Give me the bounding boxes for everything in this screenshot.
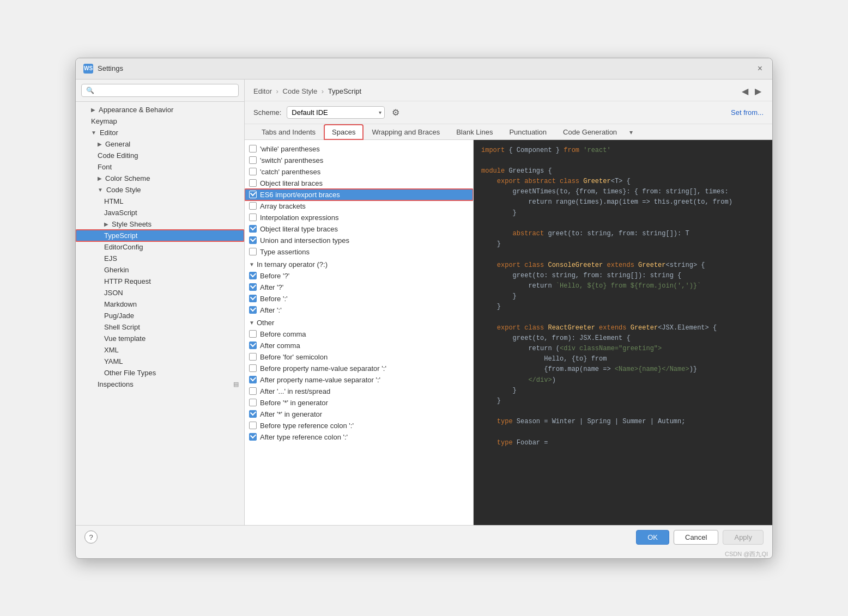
option-object-braces[interactable]: Object literal braces xyxy=(245,178,473,189)
checkbox-after-prop-name-value-sep[interactable] xyxy=(249,376,257,383)
option-after-type-ref-colon[interactable]: After type reference colon ':' xyxy=(245,431,473,443)
option-es6-import-braces[interactable]: ES6 import/export braces xyxy=(245,189,473,200)
sidebar-item-ejs[interactable]: EJS xyxy=(76,253,244,264)
sidebar-item-json[interactable]: JSON xyxy=(76,287,244,298)
tab-wrapping[interactable]: Wrapping and Braces xyxy=(364,124,448,140)
section-ternary[interactable]: ▼ In ternary operator (?:) xyxy=(245,258,473,270)
checkbox-before-question[interactable] xyxy=(249,272,257,279)
sidebar-item-http-request[interactable]: HTTP Request xyxy=(76,276,244,287)
sidebar-item-xml[interactable]: XML xyxy=(76,344,244,356)
sidebar-item-vue-template[interactable]: Vue template xyxy=(76,333,244,344)
sidebar-item-code-style[interactable]: ▼ Code Style xyxy=(76,184,244,196)
option-array-brackets[interactable]: Array brackets xyxy=(245,200,473,212)
code-line: module Greetings { xyxy=(481,166,765,176)
checkbox-array-brackets[interactable] xyxy=(249,202,257,210)
help-button[interactable]: ? xyxy=(84,530,98,544)
tab-blank-lines[interactable]: Blank Lines xyxy=(448,124,501,140)
checkbox-after-comma[interactable] xyxy=(249,341,257,349)
sidebar-item-color-scheme[interactable]: ▶ Color Scheme xyxy=(76,173,244,184)
checkbox-es6-import-braces[interactable] xyxy=(249,191,257,198)
tab-spaces[interactable]: Spaces xyxy=(324,124,364,140)
option-catch-parens[interactable]: 'catch' parentheses xyxy=(245,166,473,178)
checkbox-catch-parens[interactable] xyxy=(249,168,257,175)
sidebar-item-general[interactable]: ▶ General xyxy=(76,138,244,150)
apply-button[interactable]: Apply xyxy=(723,530,764,545)
checkbox-before-star-generator[interactable] xyxy=(249,399,257,406)
tab-punctuation[interactable]: Punctuation xyxy=(501,124,555,140)
nav-forward-button[interactable]: ▶ xyxy=(753,85,764,97)
checkbox-interpolation[interactable] xyxy=(249,214,257,221)
option-before-question[interactable]: Before '?' xyxy=(245,270,473,282)
option-before-colon[interactable]: Before ':' xyxy=(245,293,473,304)
option-object-literal-type-braces[interactable]: Object literal type braces xyxy=(245,223,473,235)
set-from-link[interactable]: Set from... xyxy=(731,108,764,117)
sidebar-item-shell-script[interactable]: Shell Script xyxy=(76,321,244,333)
sidebar-item-editorconfig[interactable]: EditorConfig xyxy=(76,241,244,253)
cancel-button[interactable]: Cancel xyxy=(674,530,718,545)
sidebar-item-code-editing[interactable]: Code Editing xyxy=(76,150,244,161)
option-after-colon[interactable]: After ':' xyxy=(245,304,473,316)
sidebar-item-javascript[interactable]: JavaScript xyxy=(76,207,244,218)
sidebar-item-font[interactable]: Font xyxy=(76,161,244,173)
checkbox-before-for-semicolon[interactable] xyxy=(249,353,257,361)
sidebar-item-markdown[interactable]: Markdown xyxy=(76,298,244,310)
checkbox-type-assertions[interactable] xyxy=(249,248,257,255)
sidebar-item-style-sheets[interactable]: ▶ Style Sheets xyxy=(76,218,244,230)
checkbox-after-type-ref-colon[interactable] xyxy=(249,433,257,441)
checkbox-switch-parens[interactable] xyxy=(249,156,257,164)
option-union-intersection[interactable]: Union and intersection types xyxy=(245,235,473,246)
sidebar-item-html[interactable]: HTML xyxy=(76,196,244,207)
nav-back-button[interactable]: ◀ xyxy=(740,85,750,97)
option-switch-parens[interactable]: 'switch' parentheses xyxy=(245,155,473,166)
option-after-prop-name-value-sep[interactable]: After property name-value separator ':' xyxy=(245,374,473,386)
checkbox-after-colon[interactable] xyxy=(249,306,257,314)
option-after-comma[interactable]: After comma xyxy=(245,340,473,351)
arrow-icon: ▼ xyxy=(91,130,96,136)
action-buttons: OK Cancel Apply xyxy=(636,530,764,545)
sidebar-item-other-file-types[interactable]: Other File Types xyxy=(76,367,244,379)
option-interpolation[interactable]: Interpolation expressions xyxy=(245,212,473,223)
option-label: Union and intersection types xyxy=(260,236,349,245)
option-before-for-semicolon[interactable]: Before 'for' semicolon xyxy=(245,351,473,363)
option-before-prop-name-value-sep[interactable]: Before property name-value separator ':' xyxy=(245,363,473,374)
sidebar-item-editor[interactable]: ▼ Editor xyxy=(76,127,244,138)
sidebar-item-keymap[interactable]: Keymap xyxy=(76,115,244,127)
option-before-type-ref-colon[interactable]: Before type reference colon ':' xyxy=(245,420,473,431)
checkbox-after-question[interactable] xyxy=(249,283,257,291)
option-type-assertions[interactable]: Type assertions xyxy=(245,246,473,258)
checkbox-object-literal-type-braces[interactable] xyxy=(249,225,257,233)
tab-code-generation[interactable]: Code Generation xyxy=(555,124,625,140)
close-button[interactable]: × xyxy=(755,63,765,75)
sidebar-item-gherkin[interactable]: Gherkin xyxy=(76,264,244,276)
option-after-star-generator[interactable]: After '*' in generator xyxy=(245,408,473,420)
sidebar-item-typescript[interactable]: TypeScript xyxy=(76,230,244,241)
option-before-star-generator[interactable]: Before '*' in generator xyxy=(245,397,473,408)
code-line: greet(to: string, from: string[]): strin… xyxy=(481,271,765,281)
checkbox-before-type-ref-colon[interactable] xyxy=(249,422,257,429)
checkbox-object-braces[interactable] xyxy=(249,179,257,187)
checkbox-before-comma[interactable] xyxy=(249,330,257,338)
checkbox-after-rest-spread[interactable] xyxy=(249,387,257,395)
checkbox-before-prop-name-value-sep[interactable] xyxy=(249,364,257,372)
checkbox-before-colon[interactable] xyxy=(249,295,257,302)
code-line: export class ReactGreeter extends Greete… xyxy=(481,323,765,333)
option-after-question[interactable]: After '?' xyxy=(245,282,473,293)
option-before-comma[interactable]: Before comma xyxy=(245,328,473,340)
tab-tabs-indents[interactable]: Tabs and Indents xyxy=(253,124,324,140)
option-while-parens[interactable]: 'while' parentheses xyxy=(245,143,473,155)
checkbox-union-intersection[interactable] xyxy=(249,236,257,244)
checkbox-while-parens[interactable] xyxy=(249,145,257,153)
sidebar-item-inspections[interactable]: Inspections ▤ xyxy=(76,379,244,390)
tab-more-button[interactable]: ▾ xyxy=(625,125,637,139)
search-input[interactable] xyxy=(81,84,239,97)
checkbox-after-star-generator[interactable] xyxy=(249,410,257,418)
sidebar-item-pug-jade[interactable]: Pug/Jade xyxy=(76,310,244,321)
sidebar-item-appearance[interactable]: ▶ Appearance & Behavior xyxy=(76,104,244,115)
ok-button[interactable]: OK xyxy=(636,530,669,545)
section-other[interactable]: ▼ Other xyxy=(245,316,473,328)
sidebar-item-yaml[interactable]: YAML xyxy=(76,356,244,367)
gear-button[interactable]: ⚙ xyxy=(390,106,401,119)
breadcrumb-part2: Code Style xyxy=(283,87,318,95)
scheme-select[interactable]: Default IDE xyxy=(287,106,385,119)
option-after-rest-spread[interactable]: After '...' in rest/spread xyxy=(245,386,473,397)
